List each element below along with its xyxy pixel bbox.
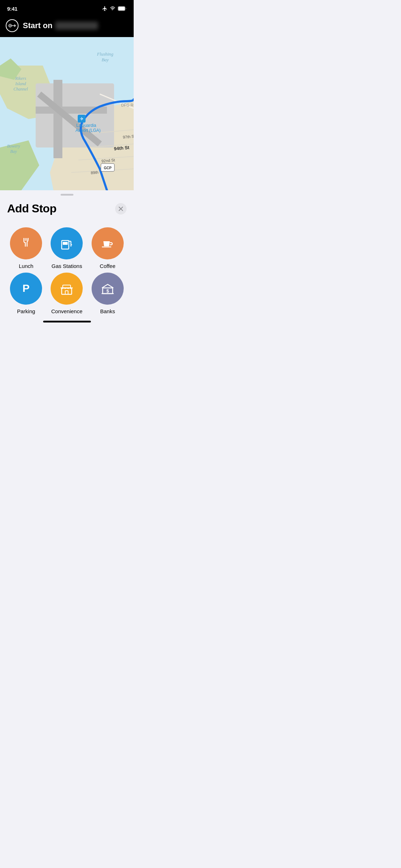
svg-text:Bay: Bay <box>102 57 109 62</box>
svg-rect-7 <box>36 83 114 148</box>
home-indicator <box>0 318 134 324</box>
convenience-label: Convenience <box>51 308 83 314</box>
svg-text:Rikers: Rikers <box>15 76 26 81</box>
map-svg: Flushing Bay Rikers Island Channel ✈ LaG… <box>0 37 134 190</box>
svg-text:97th St: 97th St <box>123 134 134 139</box>
svg-text:LaGuardia: LaGuardia <box>76 123 96 128</box>
svg-text:Airport (LGA): Airport (LGA) <box>76 128 101 133</box>
stop-item-parking[interactable]: P Parking <box>6 273 46 314</box>
nav-title: Start on <box>23 21 98 30</box>
svg-rect-40 <box>65 291 68 294</box>
bank-dollar-icon: $ <box>99 280 116 297</box>
wifi-icon <box>110 6 115 11</box>
add-stop-header: Add Stop <box>0 196 134 217</box>
svg-text:$: $ <box>106 288 109 294</box>
home-bar <box>43 321 91 322</box>
coffee-label: Coffee <box>100 263 115 269</box>
airplane-icon <box>102 6 108 11</box>
svg-text:P: P <box>22 282 30 294</box>
svg-text:Bowery: Bowery <box>7 144 20 149</box>
svg-text:Bay: Bay <box>10 149 17 154</box>
coffee-icon-circle <box>92 227 124 259</box>
svg-text:Flushing: Flushing <box>97 51 114 57</box>
banks-icon-circle: $ <box>92 273 124 305</box>
svg-text:Island: Island <box>15 81 26 86</box>
parking-p-icon: P <box>17 280 35 297</box>
stop-grid: Lunch Gas Stations <box>0 217 134 318</box>
svg-text:Channel: Channel <box>14 87 28 92</box>
add-stop-title: Add Stop <box>7 202 56 215</box>
drag-handle <box>61 194 73 196</box>
svg-text:DFG Rd: DFG Rd <box>121 103 134 107</box>
convenience-icon-circle <box>51 273 83 305</box>
svg-text:89th: 89th <box>91 170 98 175</box>
fork-knife-icon <box>18 236 34 251</box>
nav-bar: Start on <box>0 16 134 37</box>
close-button[interactable] <box>115 203 127 215</box>
battery-icon <box>118 6 127 11</box>
status-icons <box>102 6 127 11</box>
gas-stations-label: Gas Stations <box>52 263 82 269</box>
svg-rect-37 <box>63 242 68 245</box>
stop-item-gas-stations[interactable]: Gas Stations <box>46 227 87 269</box>
svg-text:✈: ✈ <box>80 116 84 122</box>
status-time: 9:41 <box>7 6 17 12</box>
parking-label: Parking <box>17 308 35 314</box>
close-icon <box>119 207 123 211</box>
lunch-label: Lunch <box>19 263 34 269</box>
svg-rect-8 <box>53 80 62 158</box>
gas-icon-circle <box>51 227 83 259</box>
status-bar: 9:41 <box>0 0 134 16</box>
lunch-icon-circle <box>10 227 42 259</box>
svg-point-3 <box>10 25 11 26</box>
store-icon <box>58 280 75 297</box>
stop-item-convenience[interactable]: Convenience <box>46 273 87 314</box>
banks-label: Banks <box>100 308 115 314</box>
stop-item-coffee[interactable]: Coffee <box>87 227 128 269</box>
svg-text:GCP: GCP <box>104 166 112 170</box>
coffee-cup-icon <box>99 235 116 252</box>
gas-pump-icon <box>58 235 75 252</box>
navigation-circle <box>6 19 19 32</box>
nav-destination-blur <box>55 22 98 30</box>
drag-handle-wrapper <box>0 190 134 196</box>
parking-icon-circle: P <box>10 273 42 305</box>
bottom-sheet: Add Stop Lunch <box>0 190 134 336</box>
map-container[interactable]: Flushing Bay Rikers Island Channel ✈ LaG… <box>0 37 134 190</box>
stop-item-lunch[interactable]: Lunch <box>6 227 46 269</box>
stop-item-banks[interactable]: $ Banks <box>87 273 128 314</box>
svg-rect-1 <box>118 7 125 11</box>
